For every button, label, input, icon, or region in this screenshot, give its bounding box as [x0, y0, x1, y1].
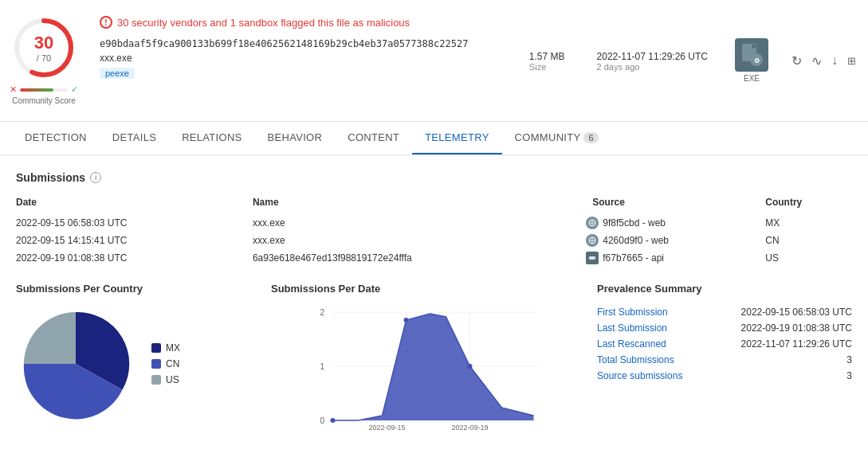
prev-row-first-submission: First Submission 2022-09-15 06:58:03 UTC [597, 304, 852, 320]
community-score-bar: ✕ ✓ [10, 84, 78, 95]
row1-date: 2022-09-15 06:58:03 UTC [16, 214, 253, 232]
panel-country: Submissions Per Country MX [16, 283, 255, 432]
prev-value-source: 3 [846, 370, 852, 381]
source-icon-web [586, 217, 599, 229]
prev-row-source: Source submissions 3 [597, 368, 852, 384]
row2-source-text: 4260d9f0 - web [603, 235, 669, 246]
row1-source-text: 9f8f5cbd - web [603, 217, 666, 229]
row2-name: xxx.exe [253, 232, 586, 249]
prev-label-first: First Submission [597, 307, 668, 318]
svg-text:1: 1 [320, 362, 325, 371]
prev-value-first: 2022-09-15 06:58:03 UTC [741, 307, 852, 318]
prevalence-title: Prevalence Summary [597, 283, 852, 295]
score-number: 30 [34, 33, 53, 53]
svg-rect-3 [752, 44, 756, 49]
score-container: 30 / 70 ✕ ✓ Community Score [0, 8, 88, 113]
score-circle: 30 / 70 [12, 16, 76, 80]
legend-us: US [151, 374, 180, 385]
prev-value-total: 3 [846, 354, 852, 365]
share-button[interactable]: ∿ [811, 53, 822, 68]
exe-icon-container: ⚙ EXE [724, 8, 780, 113]
row2-source: 4260d9f0 - web [586, 232, 765, 249]
prev-row-rescanned: Last Rescanned 2022-11-07 11:29:26 UTC [597, 336, 852, 352]
file-size-label: Size [529, 62, 565, 72]
col-date: Date [16, 193, 253, 214]
filename: xxx.exe [100, 53, 501, 64]
pie-chart [16, 304, 136, 424]
legend-dot-cn [151, 359, 161, 369]
legend-dot-us [151, 375, 161, 385]
pie-legend: MX CN US [151, 342, 180, 385]
tab-behavior[interactable]: BEHAVIOR [255, 122, 336, 154]
tab-relations[interactable]: RELATIONS [169, 122, 254, 154]
row1-source: 9f8f5cbd - web [586, 214, 765, 232]
score-denominator: / 70 [34, 53, 53, 63]
x-icon[interactable]: ✕ [10, 84, 17, 95]
svg-text:2: 2 [320, 308, 325, 317]
prev-label-last: Last Submission [597, 322, 667, 334]
top-section: 30 / 70 ✕ ✓ Community Score ! 30 securit… [0, 0, 868, 122]
file-size-meta: 1.57 MB Size [529, 50, 565, 72]
community-score-label: Community Score [12, 96, 75, 105]
file-date-sub: 2 days ago [597, 62, 708, 72]
col-country: Country [765, 193, 852, 214]
table-row: 2022-09-19 01:08:38 UTC 6a93e618e467ed13… [16, 249, 852, 267]
legend-label-us: US [166, 374, 179, 385]
svg-rect-13 [589, 256, 595, 260]
alert-icon: ! [100, 16, 112, 29]
file-meta: 1.57 MB Size 2022-11-07 11:29:26 UTC 2 d… [513, 8, 724, 113]
tab-details[interactable]: DETAILS [100, 122, 169, 154]
source-icon-api [586, 252, 599, 264]
main-info: ! 30 security vendors and 1 sandbox flag… [88, 8, 513, 113]
download-button[interactable]: ↓ [831, 53, 838, 68]
row1-country: MX [765, 214, 852, 232]
row3-name: 6a93e618e467ed13f98819172e24fffa [253, 249, 586, 267]
table-row: 2022-09-15 14:15:41 UTC xxx.exe 4260d9f0… [16, 232, 852, 249]
legend-label-mx: MX [166, 342, 180, 354]
svg-text:⚙: ⚙ [754, 57, 760, 64]
row1-name: xxx.exe [253, 214, 586, 232]
score-bar-track [20, 88, 68, 92]
legend-label-cn: CN [166, 358, 179, 369]
tab-content[interactable]: CONTENT [335, 122, 412, 154]
qr-button[interactable]: ⊞ [847, 55, 856, 67]
row2-date: 2022-09-15 14:15:41 UTC [16, 232, 253, 249]
file-size-value: 1.57 MB [529, 51, 565, 62]
prev-row-last-submission: Last Submission 2022-09-19 01:08:38 UTC [597, 320, 852, 336]
tab-detection[interactable]: DETECTION [12, 122, 100, 154]
prev-label-rescanned: Last Rescanned [597, 338, 666, 350]
file-hash[interactable]: e90bdaaf5f9ca900133b699f18e4062562148169… [100, 38, 501, 49]
nav-tabs: DETECTION DETAILS RELATIONS BEHAVIOR CON… [0, 122, 868, 155]
prev-row-total: Total Submissions 3 [597, 352, 852, 368]
refresh-button[interactable]: ↻ [791, 53, 802, 68]
svg-text:2022-09-19: 2022-09-19 [451, 424, 488, 432]
prev-value-last: 2022-09-19 01:08:38 UTC [741, 322, 852, 334]
action-icons: ↻ ∿ ↓ ⊞ [780, 8, 868, 113]
file-tag[interactable]: peexe [100, 68, 135, 79]
tab-telemetry[interactable]: TELEMETRY [412, 122, 501, 154]
score-bar-fill [20, 88, 53, 92]
pie-container: MX CN US [16, 304, 255, 424]
date-chart-container: 2 1 0 [271, 304, 581, 432]
date-chart-title: Submissions Per Date [271, 283, 581, 295]
prev-value-rescanned: 2022-11-07 11:29:26 UTC [741, 338, 852, 350]
prev-label-total: Total Submissions [597, 354, 674, 365]
bottom-panels: Submissions Per Country MX [16, 283, 852, 432]
row3-source-text: f67b7665 - api [603, 252, 664, 264]
content-area: Submissions i Date Name Source Country 2… [0, 155, 868, 447]
col-source: Source [586, 193, 765, 214]
exe-label: EXE [744, 74, 760, 83]
exe-icon: ⚙ [735, 38, 768, 72]
check-icon[interactable]: ✓ [71, 84, 78, 95]
alert-text: 30 security vendors and 1 sandbox flagge… [117, 17, 410, 29]
prev-label-source: Source submissions [597, 370, 682, 381]
svg-text:2022-09-15: 2022-09-15 [368, 424, 405, 432]
submissions-info-icon[interactable]: i [90, 172, 101, 183]
row3-country: US [765, 249, 852, 267]
tab-community[interactable]: COMMUNITY 6 [502, 122, 611, 154]
prevalence-table: First Submission 2022-09-15 06:58:03 UTC… [597, 304, 852, 384]
file-date-value: 2022-11-07 11:29:26 UTC [597, 51, 708, 62]
submissions-table: Date Name Source Country 2022-09-15 06:5… [16, 193, 852, 267]
panel-date: Submissions Per Date 2 1 0 [271, 283, 581, 432]
country-chart-title: Submissions Per Country [16, 283, 255, 295]
